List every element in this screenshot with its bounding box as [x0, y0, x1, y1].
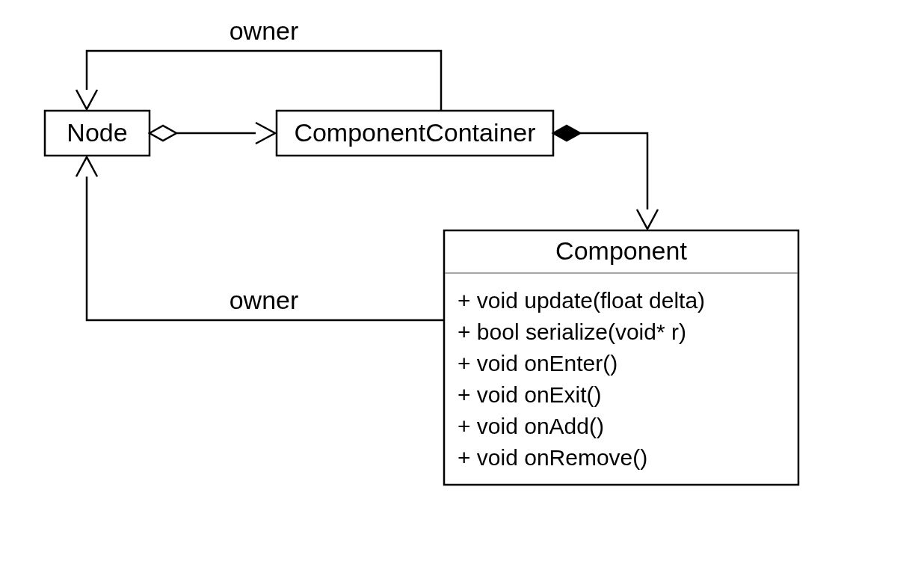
svg-marker-6 — [553, 126, 580, 141]
class-component: Component + void update(float delta) + b… — [444, 230, 798, 485]
class-component-container-name: ComponentContainer — [294, 118, 535, 147]
class-component-member-5: + void onRemove() — [458, 445, 647, 470]
edge-container-to-component — [553, 126, 658, 229]
class-node: Node — [45, 111, 150, 156]
edge-owner-top-label: owner — [230, 16, 299, 45]
edge-owner-bottom-label: owner — [230, 286, 299, 314]
class-component-name: Component — [555, 236, 687, 265]
class-component-member-2: + void onEnter() — [458, 351, 617, 376]
edge-owner-bottom: owner — [76, 157, 444, 320]
class-component-member-4: + void onAdd() — [458, 414, 604, 438]
edge-owner-top: owner — [76, 16, 441, 111]
svg-marker-5 — [150, 126, 176, 141]
class-node-name: Node — [67, 118, 127, 147]
uml-diagram: Node ComponentContainer Component + void… — [0, 0, 924, 582]
class-component-container: ComponentContainer — [277, 111, 553, 156]
class-component-member-3: + void onExit() — [458, 382, 602, 407]
class-component-member-0: + void update(float delta) — [458, 288, 705, 313]
edge-node-to-container — [150, 123, 275, 144]
class-component-member-1: + bool serialize(void* r) — [458, 319, 686, 344]
